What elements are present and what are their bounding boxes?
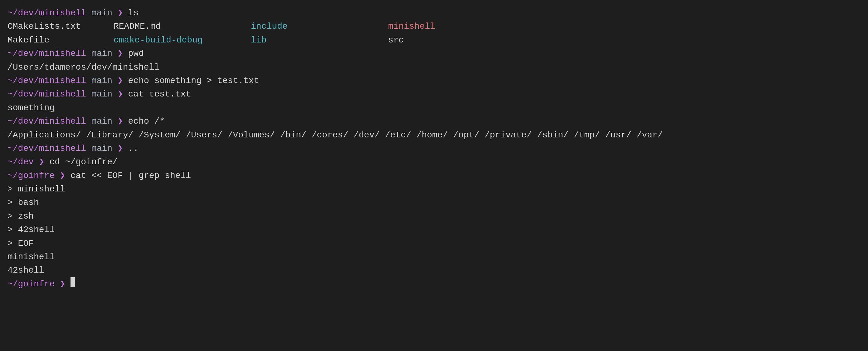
prompt-branch-2: main [86, 47, 118, 60]
ls-output-1: CMakeLists.txt README.md include minishe… [7, 20, 861, 33]
prompt-arrow-4: ❯ [118, 87, 123, 101]
prompt-path-4: ~/dev/minishell [7, 87, 86, 101]
ls-item-cmakelists: CMakeLists.txt [7, 20, 114, 33]
echo-glob-result: /Applications/ /Library/ /System/ /Users… [7, 128, 663, 142]
prompt-command-final [65, 277, 70, 291]
prompt-path-final: ~/goinfre [7, 277, 55, 291]
grep-result-42shell: 42shell [7, 264, 44, 277]
prompt-path-6: ~/dev/minishell [7, 142, 86, 155]
prompt-command-pwd: pwd [123, 47, 144, 60]
prompt-branch: main [86, 6, 118, 20]
prompt-path: ~/dev/minishell [7, 6, 86, 20]
heredoc-line-bash: > bash [7, 196, 39, 209]
cat-result: something [7, 101, 55, 115]
line-echo-glob-prompt: ~/dev/minishell main ❯ echo /* [7, 115, 861, 128]
prompt-arrow-final: ❯ [60, 277, 65, 291]
grep-result-minishell: minishell [7, 250, 55, 264]
pwd-output: /Users/tdameros/dev/minishell [7, 61, 861, 74]
prompt-arrow-6: ❯ [118, 142, 123, 155]
cat-output: something [7, 101, 861, 115]
prompt-command-cat: cat test.txt [123, 87, 191, 101]
heredoc-eof: > EOF [7, 237, 861, 250]
heredoc-line-zsh: > zsh [7, 209, 34, 223]
prompt-path-goinfre: ~/goinfre [7, 169, 55, 182]
prompt-space-3 [55, 277, 60, 291]
line-heredoc-prompt: ~/goinfre ❯ cat << EOF | grep shell [7, 169, 861, 182]
prompt-arrow-5: ❯ [118, 115, 123, 128]
line-1: ~/dev/minishell main ❯ ls [7, 6, 861, 20]
heredoc-line-eof: > EOF [7, 237, 34, 250]
ls-item-src: src [388, 33, 404, 47]
prompt-branch-6: main [86, 142, 118, 155]
heredoc-input-1: > minishell [7, 182, 861, 196]
line-dotdot-prompt: ~/dev/minishell main ❯ .. [7, 142, 861, 155]
prompt-arrow-2: ❯ [118, 47, 123, 60]
prompt-command-echo-glob: echo /* [123, 115, 165, 128]
prompt-path-3: ~/dev/minishell [7, 74, 86, 87]
terminal-cursor[interactable] [70, 277, 75, 287]
prompt-command-echo: echo something > test.txt [123, 74, 259, 87]
heredoc-input-2: > bash [7, 196, 861, 209]
prompt-branch-4: main [86, 87, 118, 101]
prompt-space [34, 155, 39, 169]
heredoc-line-minishell: > minishell [7, 182, 65, 196]
prompt-arrow-3: ❯ [118, 74, 123, 87]
prompt-path-5: ~/dev/minishell [7, 115, 86, 128]
cd-goinfre-line: ~/dev ❯ cd ~/goinfre/ [7, 155, 861, 169]
ls-item-minishell: minishell [388, 20, 435, 33]
prompt-command: ls [123, 6, 138, 20]
prompt-space-2 [55, 169, 60, 182]
prompt-branch-5: main [86, 115, 118, 128]
heredoc-input-4: > 42shell [7, 223, 861, 236]
line-cat-prompt: ~/dev/minishell main ❯ cat test.txt [7, 87, 861, 101]
ls-item-makefile: Makefile [7, 33, 114, 47]
prompt-command-dotdot: .. [123, 142, 138, 155]
heredoc-line-42shell: > 42shell [7, 223, 55, 236]
prompt-arrow-8: ❯ [60, 169, 65, 182]
ls-item-readme: README.md [114, 20, 251, 33]
terminal: ~/dev/minishell main ❯ ls CMakeLists.txt… [7, 6, 861, 291]
line-pwd-prompt: ~/dev/minishell main ❯ pwd [7, 47, 861, 60]
prompt-path-dev: ~/dev [7, 155, 34, 169]
prompt-path-2: ~/dev/minishell [7, 47, 86, 60]
prompt-arrow-7: ❯ [39, 155, 44, 169]
echo-glob-output: /Applications/ /Library/ /System/ /Users… [7, 128, 861, 142]
line-echo-prompt: ~/dev/minishell main ❯ echo something > … [7, 74, 861, 87]
prompt-command-heredoc: cat << EOF | grep shell [65, 169, 191, 182]
ls-output-2: Makefile cmake-build-debug lib src [7, 33, 861, 47]
grep-output-2: 42shell [7, 264, 861, 277]
heredoc-input-3: > zsh [7, 209, 861, 223]
ls-item-include: include [251, 20, 388, 33]
prompt-arrow: ❯ [118, 6, 123, 20]
prompt-command-cd: cd ~/goinfre/ [44, 155, 118, 169]
final-prompt-line: ~/goinfre ❯ [7, 277, 861, 291]
ls-item-cmake-build: cmake-build-debug [114, 33, 251, 47]
pwd-result: /Users/tdameros/dev/minishell [7, 61, 159, 74]
ls-item-lib: lib [251, 33, 388, 47]
grep-output-1: minishell [7, 250, 861, 264]
prompt-branch-3: main [86, 74, 118, 87]
